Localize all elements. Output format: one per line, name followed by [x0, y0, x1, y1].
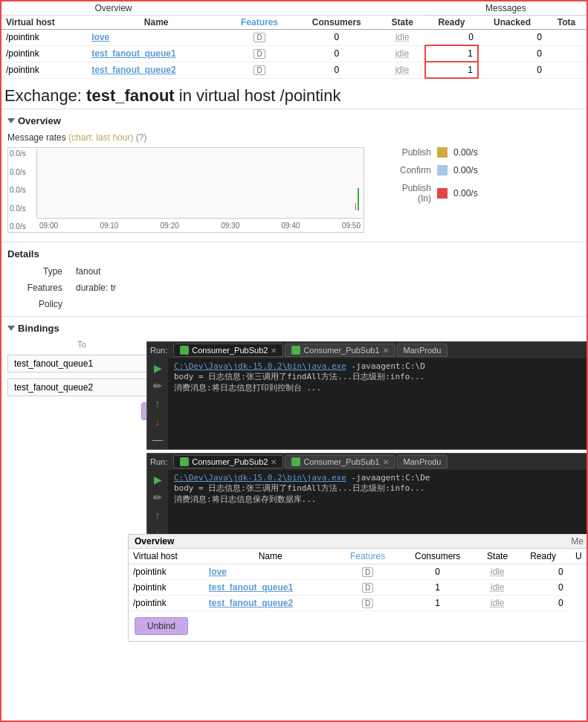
ide-content-2: C:\Dev\Java\jdk-15.0.2\bin\java.exe -jav…: [168, 470, 588, 529]
th-name: Name: [87, 16, 225, 30]
cell-features: D: [225, 62, 294, 78]
bottom-table-row[interactable]: /pointink love D 0 idle 0: [129, 564, 588, 580]
bcell-name[interactable]: love: [204, 564, 337, 580]
tab-label: ManProdu: [404, 457, 442, 466]
th-state: State: [380, 16, 425, 30]
edit-icon[interactable]: ✏: [151, 379, 164, 393]
table-row[interactable]: /pointink test_fanout_queue1 D 0 idle 1 …: [1, 45, 587, 62]
exchange-name: test_fanout: [86, 86, 175, 105]
cell-name[interactable]: test_fanout_queue2: [87, 62, 225, 78]
run-icon[interactable]: ▶: [151, 473, 164, 486]
chart-inner: [36, 148, 364, 219]
overview-group-header: Overview: [1, 1, 225, 16]
collapse-icon: [7, 118, 15, 123]
run-icon[interactable]: ▶: [151, 361, 164, 375]
section-header-bindings[interactable]: Bindings: [7, 320, 581, 337]
bcell-state: idle: [476, 564, 519, 580]
cell-name[interactable]: love: [87, 30, 225, 46]
tab-icon: [180, 346, 189, 355]
confirm-value: 0.00/s: [453, 165, 478, 175]
dash-icon[interactable]: —: [151, 433, 164, 446]
bth-ready: Ready: [518, 549, 567, 564]
to-label: To: [7, 337, 156, 352]
bottom-table-row[interactable]: /pointink test_fanout_queue2 D 1 idle 0: [129, 596, 588, 611]
detail-key-policy: Policy: [9, 297, 68, 312]
ide-tab-consumer-pubsub1-1[interactable]: Consumer_PubSub1 ✕: [285, 344, 395, 357]
publish-in-color: [437, 188, 448, 199]
cell-ready: 0: [425, 30, 478, 46]
tab-label: Consumer_PubSub2: [192, 457, 268, 466]
cell-features: D: [225, 30, 294, 46]
ide-tab-consumer-pubsub2-1[interactable]: Consumer_PubSub2 ✕: [173, 344, 283, 357]
exchange-title-prefix: Exchange:: [4, 86, 82, 105]
cell-state: idle: [380, 62, 425, 78]
up-arrow-icon[interactable]: ↑: [151, 509, 164, 522]
exchange-title: Exchange: test_fanout in virtual host /p…: [1, 79, 587, 109]
detail-val-type: fanout: [70, 264, 229, 279]
ide-tab-consumer-pubsub2-2[interactable]: Consumer_PubSub2 ✕: [173, 455, 283, 468]
ide-tab-bar-2: Run: Consumer_PubSub2 ✕ Consumer_PubSub1…: [147, 454, 588, 470]
down-arrow-icon[interactable]: ↓: [151, 415, 164, 428]
ide-tab-bar-1: Run: Consumer_PubSub2 ✕ Consumer_PubSub1…: [147, 342, 588, 358]
table-row[interactable]: /pointink love D 0 idle 0 0: [1, 30, 587, 46]
bcell-consumers: 0: [399, 564, 476, 580]
help-icon[interactable]: (?): [136, 132, 147, 143]
bcell-features: D: [337, 580, 399, 596]
ide-line-3: 消费消息:将日志信息打印到控制台 ...: [174, 382, 583, 393]
x-label: 09:00: [39, 222, 58, 230]
rates-container: 0.0/s 0.0/s 0.0/s 0.0/s 0.0/s 09:00 09:1…: [7, 147, 581, 239]
feature-badge: D: [253, 65, 265, 75]
detail-val-features: durable: tr: [70, 280, 229, 295]
chart-info: (chart: last hour): [68, 132, 133, 143]
cell-consumers: 0: [294, 62, 380, 78]
tab-label: ManProdu: [404, 346, 442, 355]
bcell-state: idle: [476, 580, 519, 596]
edit-icon[interactable]: ✏: [151, 491, 164, 504]
table-row[interactable]: /pointink test_fanout_queue2 D 0 idle 1 …: [1, 62, 587, 78]
bottom-header-bar: Overview Me: [129, 535, 588, 549]
cell-ready: 1: [425, 45, 478, 62]
java-exe-link[interactable]: C:\Dev\Java\jdk-15.0.2\bin\java.exe: [174, 361, 346, 371]
bottom-table-row[interactable]: /pointink test_fanout_queue1 D 1 idle 0: [129, 580, 588, 596]
tab-close-icon[interactable]: ✕: [383, 347, 389, 355]
detail-key-type: Type: [9, 264, 68, 279]
bottom-unbind-button[interactable]: Unbind: [135, 617, 188, 635]
y-label: 0.0/s: [10, 186, 35, 194]
tab-close-icon[interactable]: ✕: [383, 458, 389, 466]
msg-rates-label: Message rates (chart: last hour) (?): [7, 129, 581, 147]
confirm-color: [437, 165, 448, 175]
bth-vhost: Virtual host: [129, 549, 204, 564]
tab-label: Consumer_PubSub2: [192, 346, 268, 355]
bth-name: Name: [204, 549, 337, 564]
ide-tab-manprodu-1[interactable]: ManProdu: [397, 344, 448, 357]
ide-tab-manprodu-2[interactable]: ManProdu: [397, 455, 448, 468]
feature-badge: D: [253, 49, 265, 59]
ide-line-2: body = 日志信息:张三调用了findAll方法...日志级别:info..…: [174, 483, 583, 494]
cell-state: idle: [380, 45, 425, 62]
bcell-name[interactable]: test_fanout_queue1: [204, 580, 337, 596]
binding-item-1[interactable]: test_fanout_queue1: [7, 355, 156, 373]
ide-tab-consumer-pubsub1-2[interactable]: Consumer_PubSub1 ✕: [285, 455, 395, 468]
cell-vhost: /pointink: [1, 45, 87, 62]
section-header-overview[interactable]: Overview: [7, 112, 581, 129]
java-exe-link[interactable]: C:\Dev\Java\jdk-15.0.2\bin\java.exe: [174, 473, 346, 483]
chart-area: 0.0/s 0.0/s 0.0/s 0.0/s 0.0/s 09:00 09:1…: [7, 147, 364, 233]
section-header-details: Details: [7, 245, 581, 262]
bottom-unbind-row: Unbind: [129, 611, 588, 641]
y-label: 0.0/s: [10, 204, 35, 213]
cell-unacked: 0: [478, 45, 546, 62]
bcell-name[interactable]: test_fanout_queue2: [204, 596, 337, 611]
bcell-vhost: /pointink: [129, 564, 204, 580]
tab-icon: [291, 457, 300, 466]
bth-consumers: Consumers: [399, 549, 476, 564]
tab-close-icon[interactable]: ✕: [271, 347, 277, 355]
cell-consumers: 0: [294, 45, 380, 62]
tab-close-icon[interactable]: ✕: [271, 458, 277, 466]
cell-name[interactable]: test_fanout_queue1: [87, 45, 225, 62]
exchange-vhost: /pointink: [280, 86, 341, 105]
up-arrow-icon[interactable]: ↑: [151, 397, 164, 410]
tab-icon: [180, 457, 189, 466]
overview-group-header2: [225, 1, 425, 16]
binding-item-2[interactable]: test_fanout_queue2: [7, 378, 156, 396]
rate-item-publish-in: Publish(In) 0.00/s: [379, 183, 581, 204]
